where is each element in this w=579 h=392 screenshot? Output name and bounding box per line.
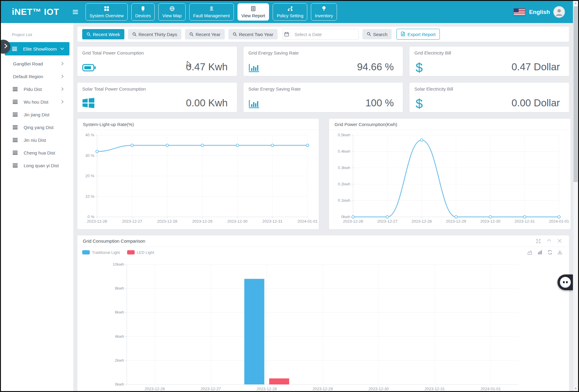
- refresh-icon[interactable]: [547, 250, 552, 255]
- nav-tab-inventory[interactable]: Inventory: [311, 3, 337, 21]
- download-icon[interactable]: [557, 250, 562, 255]
- expand-icon[interactable]: [536, 239, 541, 244]
- app-screen: iNET™ IOT System OverviewDevicesView Map…: [0, 0, 579, 392]
- chevron-down-icon: [60, 48, 64, 50]
- svg-text:4kwh: 4kwh: [115, 334, 124, 339]
- sidebar-item-pidu-dist[interactable]: Pidu Dist: [1, 83, 73, 95]
- collapse-icon[interactable]: [547, 239, 551, 244]
- grid-consumption-comparison-chart: 0kwh2kwh4kwh6kwh8kwh10kwh2023-12-262023-…: [77, 258, 571, 391]
- kpi-card-solar-energy-saving-rate: Solar Energy Saving Rate100 %: [244, 83, 403, 112]
- svg-text:0.1kwh: 0.1kwh: [338, 198, 350, 203]
- svg-text:0.5kwh: 0.5kwh: [338, 133, 350, 137]
- svg-text:2023-12-28: 2023-12-28: [157, 219, 177, 224]
- menu-lines-icon: [12, 112, 19, 117]
- svg-text:0.4kwh: 0.4kwh: [338, 149, 350, 154]
- kpi-value: 0.00 Dollar: [511, 97, 560, 109]
- sidebar-item-elite-showroom[interactable]: Elite ShowRoom: [5, 42, 69, 55]
- svg-text:2023-12-27: 2023-12-27: [377, 219, 398, 224]
- report-icon: [251, 6, 256, 12]
- sidebar-item-label: Pidu Dist: [24, 87, 42, 92]
- chevron-right-icon: [61, 75, 64, 78]
- nav-tab-view-map[interactable]: View Map: [158, 3, 185, 21]
- project-list: Elite ShowRoomGangBei RoadDefault Region…: [1, 42, 73, 172]
- sidebar-item-long-quan-yi-dist[interactable]: Long quan yi Dist: [1, 159, 73, 172]
- kpi-card-grid-energy-saving-rate: Grid Energy Saving Rate94.66 %: [244, 47, 403, 76]
- search-button[interactable]: Search: [362, 29, 392, 39]
- range-button-recent-two-year[interactable]: Recent Two Year: [228, 29, 278, 39]
- sidebar-item-label: Jin jiang Dist: [24, 112, 49, 117]
- export-icon: [401, 32, 405, 37]
- svg-text:2023-12-31: 2023-12-31: [262, 219, 283, 224]
- lightup-rate-chart: 0 %10 %20 %30 %40 %2023-12-262023-12-272…: [77, 130, 319, 229]
- assistant-widget[interactable]: [557, 274, 574, 290]
- grid-power-panel: Grid Power Consumption(Kwh) 0kwh0.1kwh0.…: [329, 119, 571, 229]
- chart-toolbar: [527, 250, 562, 255]
- sidebar-item-jin-niu-dist[interactable]: Jin niu Dist: [1, 134, 73, 146]
- language-selector[interactable]: English: [529, 9, 550, 15]
- svg-text:2023-12-29: 2023-12-29: [446, 219, 466, 224]
- svg-text:40 %: 40 %: [85, 133, 94, 137]
- vertical-scrollbar[interactable]: ▲ ▼: [573, 1, 578, 391]
- kpi-card-solar-electricity-bill: Solar Electricity Bill$0.00 Dollar: [409, 83, 569, 112]
- close-icon[interactable]: [557, 239, 562, 244]
- sidebar-item-qing-yang-dist[interactable]: Qing yang Dist: [1, 121, 73, 134]
- range-buttons: Recent WeekRecent Thirty DaysRecent Year…: [82, 29, 278, 39]
- legend-item-traditional-light[interactable]: Traditional Light: [82, 250, 120, 255]
- share-icon: [288, 6, 293, 12]
- nav-tab-fault-management[interactable]: Fault Management: [189, 3, 234, 21]
- range-button-recent-year[interactable]: Recent Year: [185, 29, 225, 39]
- kpi-card-solar-total-power-consumption: Solar Total Power Consumption0.00 Kwh: [77, 83, 237, 112]
- chevron-right-icon: [61, 87, 64, 91]
- nav-tab-policy-setting[interactable]: Policy Setting: [273, 3, 307, 21]
- project-sidebar: Project List Elite ShowRoomGangBei RoadD…: [1, 23, 74, 391]
- svg-text:6kwh: 6kwh: [115, 310, 124, 314]
- legend-item-led-light[interactable]: LED Light: [127, 250, 154, 255]
- svg-text:2023-12-30: 2023-12-30: [369, 387, 389, 391]
- scrollbar-thumb[interactable]: [574, 6, 578, 182]
- svg-text:2023-12-30: 2023-12-30: [480, 219, 500, 224]
- line-chart-toggle-icon[interactable]: [527, 250, 532, 255]
- sidebar-item-wu-hou-dist[interactable]: Wu hou Dist: [1, 95, 73, 108]
- svg-text:2023-12-26: 2023-12-26: [145, 387, 165, 391]
- legend-swatch: [127, 250, 135, 254]
- date-input[interactable]: [291, 32, 359, 37]
- sidebar-item-gangbei-road[interactable]: GangBei Road: [1, 57, 73, 70]
- svg-text:10kwh: 10kwh: [113, 262, 124, 267]
- kpi-title: Grid Electricity Bill: [414, 50, 451, 55]
- svg-text:2023-12-27: 2023-12-27: [201, 387, 221, 391]
- hamburger-menu-icon[interactable]: [72, 10, 78, 14]
- range-button-recent-thirty-days[interactable]: Recent Thirty Days: [128, 29, 181, 39]
- user-avatar[interactable]: [554, 7, 564, 17]
- kpi-title: Grid Total Power Consumption: [82, 50, 144, 55]
- scroll-down-arrow-icon[interactable]: ▼: [573, 386, 578, 391]
- kpi-title: Grid Energy Saving Rate: [248, 50, 299, 55]
- kpi-title: Solar Electricity Bill: [414, 86, 453, 91]
- chevron-right-icon: [4, 44, 8, 50]
- menu-lines-icon: [12, 151, 19, 155]
- nav-tab-view-report[interactable]: View Report: [237, 3, 269, 21]
- sidebar-item-label: Elite ShowRoom: [23, 46, 57, 51]
- date-picker[interactable]: [282, 29, 359, 40]
- export-report-button[interactable]: Export Report: [396, 29, 440, 40]
- svg-text:20 %: 20 %: [85, 174, 94, 178]
- search-icon: [367, 32, 371, 37]
- sidebar-item-label: Qing yang Dist: [24, 125, 53, 130]
- robot-face-icon: [560, 277, 571, 288]
- kpi-card-grid-total-power-consumption: Grid Total Power Consumption0.47 Kwh: [77, 47, 237, 76]
- dollar-icon: $: [416, 98, 422, 109]
- sidebar-item-cheng-hua-dist[interactable]: Cheng hua Dist: [1, 146, 73, 159]
- range-button-recent-week[interactable]: Recent Week: [82, 29, 124, 39]
- sidebar-item-label: Cheng hua Dist: [24, 150, 55, 155]
- kpi-value: 0.00 Kwh: [186, 97, 228, 109]
- search-icon: [132, 32, 136, 36]
- bar-chart-toggle-icon[interactable]: [537, 250, 542, 255]
- svg-text:0kwh: 0kwh: [115, 382, 124, 387]
- nav-tab-system-overview[interactable]: System Overview: [86, 3, 128, 21]
- sidebar-item-default-region[interactable]: Default Region: [1, 70, 73, 83]
- kpi-value: 0.47 Dollar: [511, 61, 560, 73]
- dollar-icon: $: [416, 62, 422, 73]
- nav-tab-devices[interactable]: Devices: [131, 3, 155, 21]
- menu-lines-icon: [12, 100, 19, 104]
- sidebar-item-jin-jiang-dist[interactable]: Jin jiang Dist: [1, 108, 73, 121]
- scroll-up-arrow-icon[interactable]: ▲: [573, 1, 578, 6]
